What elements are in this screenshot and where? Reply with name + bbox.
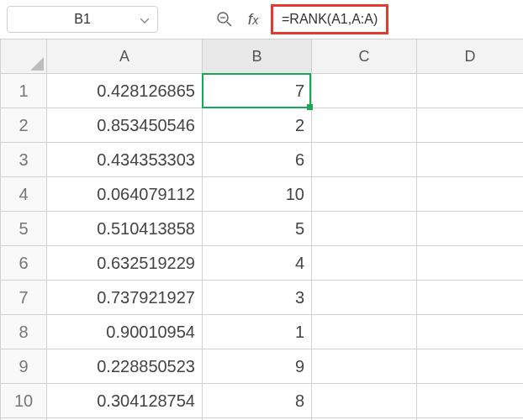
name-box-value: B1 xyxy=(74,12,91,27)
col-header-C[interactable]: C xyxy=(312,39,417,74)
cell-C9[interactable] xyxy=(312,349,417,384)
row-header[interactable]: 10 xyxy=(1,384,47,418)
cell-A1[interactable]: 0.428126865 xyxy=(47,74,203,108)
cell-D4[interactable] xyxy=(417,177,524,212)
cell-D3[interactable] xyxy=(417,143,524,177)
cell-D7[interactable] xyxy=(417,281,524,315)
cell-C6[interactable] xyxy=(312,246,417,281)
cell-B10[interactable]: 8 xyxy=(203,384,312,418)
cell-C8[interactable] xyxy=(312,315,417,349)
cell-A10[interactable]: 0.304128754 xyxy=(47,384,203,418)
col-header-B[interactable]: B xyxy=(203,39,312,74)
cell-C1[interactable] xyxy=(312,74,417,108)
row: 2 0.853450546 2 xyxy=(1,108,524,143)
cell-B3[interactable]: 6 xyxy=(203,143,312,177)
select-all-corner[interactable] xyxy=(1,39,47,74)
row: 6 0.632519229 4 xyxy=(1,246,524,281)
cell-A8[interactable]: 0.90010954 xyxy=(47,315,203,349)
cell-C7[interactable] xyxy=(312,281,417,315)
cell-C10[interactable] xyxy=(312,384,417,418)
svg-line-1 xyxy=(227,22,231,26)
row-header[interactable]: 3 xyxy=(1,143,47,177)
fx-icon[interactable]: fx xyxy=(242,8,264,30)
cell-D1[interactable] xyxy=(417,74,524,108)
row-header[interactable]: 8 xyxy=(1,315,47,349)
row: 3 0.434353303 6 xyxy=(1,143,524,177)
cell-A2[interactable]: 0.853450546 xyxy=(47,108,203,143)
row: 9 0.228850523 9 xyxy=(1,349,524,384)
cell-D10[interactable] xyxy=(417,384,524,418)
cell-A4[interactable]: 0.064079112 xyxy=(47,177,203,212)
row-header[interactable]: 2 xyxy=(1,108,47,143)
cell-A9[interactable]: 0.228850523 xyxy=(47,349,203,384)
cell-B4[interactable]: 10 xyxy=(203,177,312,212)
formula-text: =RANK(A1,A:A) xyxy=(282,12,378,27)
row-header[interactable]: 6 xyxy=(1,246,47,281)
cell-B6[interactable]: 4 xyxy=(203,246,312,281)
cell-D8[interactable] xyxy=(417,315,524,349)
cell-D9[interactable] xyxy=(417,349,524,384)
row: 4 0.064079112 10 xyxy=(1,177,524,212)
cell-A6[interactable]: 0.632519229 xyxy=(47,246,203,281)
spreadsheet-grid: A B C D 1 0.428126865 7 2 0.853450546 2 … xyxy=(0,39,523,420)
cell-B1[interactable]: 7 xyxy=(203,74,312,108)
formula-bar[interactable]: =RANK(A1,A:A) xyxy=(271,4,388,34)
row-header[interactable]: 4 xyxy=(1,177,47,212)
row: 5 0.510413858 5 xyxy=(1,212,524,246)
cell-D6[interactable] xyxy=(417,246,524,281)
cell-C2[interactable] xyxy=(312,108,417,143)
cell-C3[interactable] xyxy=(312,143,417,177)
row-header[interactable]: 5 xyxy=(1,212,47,246)
row: 1 0.428126865 7 xyxy=(1,74,524,108)
chevron-down-icon xyxy=(140,11,149,28)
row: 8 0.90010954 1 xyxy=(1,315,524,349)
col-header-D[interactable]: D xyxy=(417,39,524,74)
cell-A5[interactable]: 0.510413858 xyxy=(47,212,203,246)
search-icon[interactable] xyxy=(214,8,235,30)
cell-B2[interactable]: 2 xyxy=(203,108,312,143)
cell-B5[interactable]: 5 xyxy=(203,212,312,246)
name-box[interactable]: B1 xyxy=(7,6,158,33)
cell-C5[interactable] xyxy=(312,212,417,246)
row-header[interactable]: 1 xyxy=(1,74,47,108)
cell-B7[interactable]: 3 xyxy=(203,281,312,315)
row-header[interactable]: 7 xyxy=(1,281,47,315)
cell-B8[interactable]: 1 xyxy=(203,315,312,349)
cell-C4[interactable] xyxy=(312,177,417,212)
cell-A7[interactable]: 0.737921927 xyxy=(47,281,203,315)
col-header-A[interactable]: A xyxy=(47,39,203,74)
cell-A3[interactable]: 0.434353303 xyxy=(47,143,203,177)
formula-toolbar: B1 fx =RANK(A1,A:A) xyxy=(0,0,523,39)
cell-D2[interactable] xyxy=(417,108,524,143)
row: 10 0.304128754 8 xyxy=(1,384,524,418)
row: 7 0.737921927 3 xyxy=(1,281,524,315)
cell-B9[interactable]: 9 xyxy=(203,349,312,384)
cell-D5[interactable] xyxy=(417,212,524,246)
column-header-row: A B C D xyxy=(1,39,524,74)
row-header[interactable]: 9 xyxy=(1,349,47,384)
